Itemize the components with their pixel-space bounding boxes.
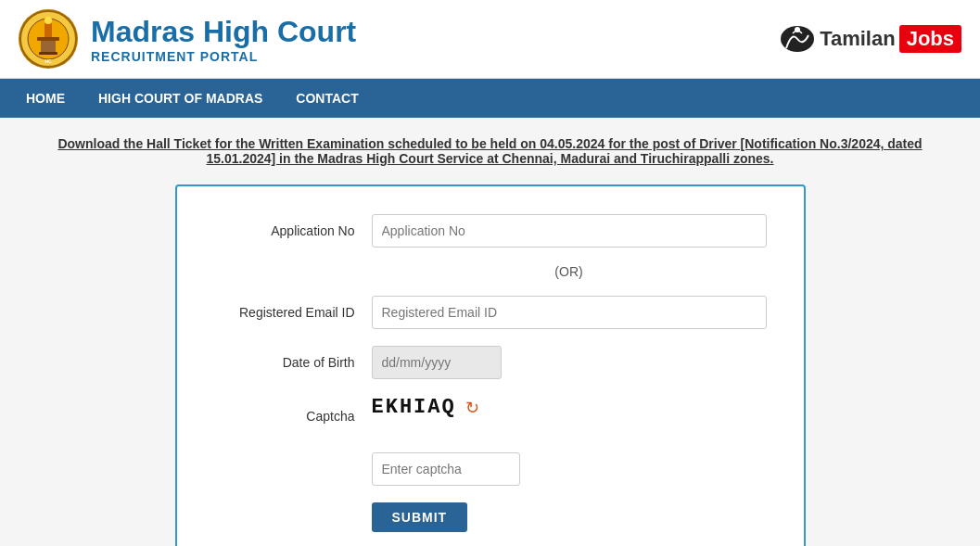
nav-contact[interactable]: CONTACT [279, 79, 375, 118]
dob-label: Date of Birth [214, 355, 372, 370]
submit-button[interactable]: SUBMIT [372, 502, 468, 532]
submit-row: SUBMIT [214, 502, 767, 532]
svg-text:HC: HC [45, 58, 52, 64]
application-no-label: Application No [214, 223, 372, 238]
svg-point-5 [45, 17, 52, 24]
site-title: Madras High Court [91, 14, 356, 49]
page-header: HC Madras High Court RECRUITMENT PORTAL … [0, 0, 980, 79]
application-no-input[interactable] [372, 214, 767, 248]
captcha-text: EKHIAQ [372, 396, 456, 419]
tamilan-text: Tamilan [820, 27, 896, 51]
announcement-link[interactable]: Download the Hall Ticket for the Written… [57, 136, 922, 166]
court-logo: HC [19, 9, 78, 69]
header-left: HC Madras High Court RECRUITMENT PORTAL [19, 9, 356, 69]
header-title-block: Madras High Court RECRUITMENT PORTAL [91, 14, 356, 64]
site-subtitle: RECRUITMENT PORTAL [91, 49, 356, 64]
jobs-badge: Jobs [899, 25, 961, 53]
captcha-input-row [214, 452, 767, 486]
email-row: Registered Email ID [214, 296, 767, 329]
email-label: Registered Email ID [214, 305, 372, 320]
application-no-row: Application No [214, 214, 767, 248]
svg-rect-3 [37, 37, 59, 41]
main-nav: HOME HIGH COURT OF MADRAS CONTACT [0, 79, 980, 118]
announcement-text: Download the Hall Ticket for the Written… [28, 136, 952, 166]
dob-row: Date of Birth [214, 346, 767, 379]
captcha-display-block: EKHIAQ ↻ [372, 396, 479, 419]
main-content: Download the Hall Ticket for the Written… [0, 118, 980, 546]
captcha-refresh-icon[interactable]: ↻ [465, 398, 479, 418]
dob-input[interactable] [372, 346, 502, 379]
captcha-input[interactable] [372, 452, 520, 486]
form-card: Application No (OR) Registered Email ID … [175, 184, 806, 546]
tamilan-jobs-logo: Tamilan Jobs [779, 22, 961, 56]
nav-high-court[interactable]: HIGH COURT OF MADRAS [82, 79, 279, 118]
captcha-display-row: Captcha EKHIAQ ↻ [214, 396, 767, 436]
svg-rect-6 [39, 52, 57, 55]
or-text: (OR) [554, 264, 582, 279]
svg-rect-4 [41, 41, 56, 52]
email-input[interactable] [372, 296, 767, 329]
captcha-label: Captcha [214, 409, 372, 424]
svg-rect-2 [45, 22, 52, 39]
nav-home[interactable]: HOME [9, 79, 82, 118]
or-divider: (OR) [214, 264, 767, 279]
tamilan-icon [779, 22, 816, 56]
